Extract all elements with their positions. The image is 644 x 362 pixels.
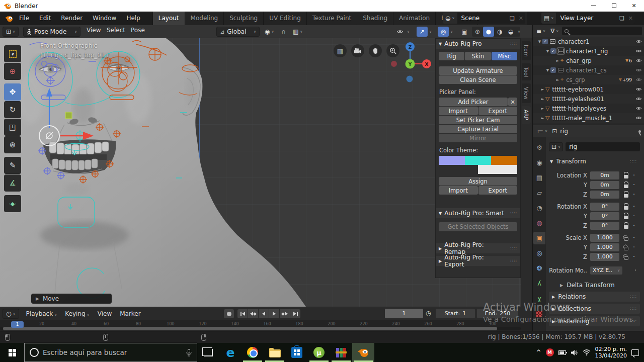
viewport-menu-pose[interactable]: Pose [127,25,149,35]
animate-dot[interactable]: · [633,223,635,228]
scale-x-field[interactable]: 1.000 [590,234,619,242]
hide-eye-icon[interactable] [634,87,642,92]
jump-to-end-button[interactable] [290,309,300,318]
scene-icon[interactable]: ◒∨ [443,13,457,24]
hide-eye-icon[interactable] [634,77,642,82]
tab-world[interactable]: ◍ [533,217,545,229]
timeline-strip[interactable]: 2040608010012014016018020022024026028030… [0,320,532,331]
panel-grip-icon[interactable]: ∷∷ [511,41,517,46]
tab-constraints[interactable]: ◎ [533,247,545,259]
pin-icon[interactable] [638,130,641,133]
taskbar-store[interactable] [286,343,308,362]
object-visibility-dropdown[interactable]: ∨ [394,27,410,37]
scale-z-field[interactable]: 1.000 [590,253,619,261]
rotation-z-field[interactable]: 0° [590,222,619,230]
expand-icon[interactable]: ► [540,97,545,101]
instancing-panel[interactable]: ▶Instancing∷∷ [549,316,640,326]
view-layer-icon[interactable]: ▤∨ [541,13,556,24]
taskbar-explorer[interactable] [264,343,286,362]
checkbox[interactable]: ✓ [550,48,556,54]
timeline-editor-type-button[interactable]: ◷∨ [3,309,19,319]
tab-output[interactable]: ▤ [533,171,545,184]
speaker-icon[interactable] [571,349,578,356]
rotation-x-field[interactable]: 0° [590,203,619,211]
view-layer-selector[interactable]: ▤∨ View Layer ❏ ✕ [541,13,635,24]
outliner-row-char-grp[interactable]: ►⌖ char_grp ▼6 [533,56,644,65]
object-id-icon[interactable]: ⊡∨ [549,142,563,151]
remove-picker-button[interactable]: ✕ [508,98,517,106]
hide-eye-icon[interactable] [634,97,642,101]
lock-icon[interactable] [624,175,628,178]
shading-wireframe-icon[interactable]: ⊕ [472,27,483,37]
taskbar-winrar[interactable] [330,343,352,362]
properties-editor-type-button[interactable]: ≔∨ [536,126,549,136]
arp-panel-header[interactable]: ▼Auto-Rig Pro∷∷ [436,39,520,49]
rotation-mode-dropdown[interactable]: XYZ E..∨ [590,266,622,275]
picker-import-button[interactable]: Import [439,107,478,115]
rotation-y-field[interactable]: 0° [590,212,619,220]
checkbox[interactable]: ✓ [542,39,548,44]
location-z-field[interactable]: 0m [590,191,619,199]
hide-eye-icon[interactable] [634,58,642,63]
tool-scale[interactable]: ◳ [4,119,21,136]
tool-cursor[interactable]: ⊕ [4,63,21,80]
camera-view-icon[interactable] [351,44,364,57]
marker-menu[interactable]: Marker [116,309,144,319]
navigation-gizmo[interactable]: Z Y X [387,40,435,90]
mega-tray-icon[interactable]: M [546,348,554,356]
tray-clock[interactable]: 02:20 p. m. 13/04/2020 [595,346,627,359]
shading-material-icon[interactable]: ◑ [494,27,505,37]
playback-menu[interactable]: Playback∨ [22,309,61,319]
outliner-row-eyebrow[interactable]: ►▽ tttttt-eyebrow001 [533,84,644,94]
lock-icon[interactable] [624,185,628,188]
animate-dot[interactable]: · [633,183,635,188]
hide-eye-icon[interactable] [634,49,642,53]
close-button[interactable]: ✕ [624,0,644,12]
viewport-menu-view[interactable]: View [83,25,105,35]
location-x-field[interactable]: 0m [590,171,619,179]
overlays-toggle[interactable]: ◎∨ [438,27,453,37]
stopwatch-icon[interactable]: ◷ [426,310,431,317]
assign-button[interactable]: Assign [439,177,517,186]
microphone-icon[interactable] [186,349,192,356]
animate-dot[interactable]: · [633,173,635,178]
checkbox[interactable]: ✓ [550,67,556,73]
outliner-row-character1-cs[interactable]: ▼✓ character1_cs [533,65,644,75]
new-view-layer-icon[interactable]: ❏ [617,15,626,22]
play-button[interactable] [269,309,279,318]
panel-grip-icon[interactable]: ∷∷ [630,319,637,324]
shading-solid-icon[interactable]: ● [483,27,494,37]
taskbar-chrome[interactable] [242,343,264,362]
menu-edit[interactable]: Edit [34,12,56,25]
lock-icon[interactable] [624,225,628,229]
play-reverse-button[interactable] [259,309,269,318]
workspace-tab-modeling[interactable]: Modeling [185,12,224,25]
animate-dot[interactable]: · [633,254,635,259]
hide-eye-icon[interactable] [634,106,642,111]
outliner-filter-dropdown[interactable]: ∇∨ [549,26,560,36]
animate-dot[interactable]: · [633,245,635,250]
playhead[interactable]: 1 [11,321,24,328]
animate-dot[interactable]: · [633,204,635,209]
update-armature-button[interactable]: Update Armature [439,66,517,75]
tab-object[interactable]: ▣ [533,232,545,244]
delta-transform-panel[interactable]: ▶Delta Transform [549,282,640,289]
set-picker-cam-button[interactable]: Set Picker Cam [439,116,517,124]
lock-icon[interactable] [624,216,628,219]
scene-selector[interactable]: ◒∨ Scene ❏ ✕ [443,13,525,24]
collapse-icon[interactable]: ▼ [545,68,550,72]
tool-pose-breakdowner[interactable]: ·◆· [4,195,21,212]
arp-tab-rig[interactable]: Rig [439,52,464,60]
taskbar-search[interactable] [24,343,197,362]
arp-export-panel-header[interactable]: ▶Auto-Rig Pro: Export∷∷ [436,256,520,266]
transform-panel-header[interactable]: ▼Transform∷∷ [549,156,640,166]
minimize-button[interactable] [584,0,604,12]
timeline-scrollbar[interactable] [3,327,497,330]
taskbar-edge[interactable]: e [219,343,242,362]
animate-dot[interactable]: · [633,192,635,197]
prev-keyframe-button[interactable] [248,309,258,318]
relations-panel[interactable]: ▶Relations∷∷ [549,292,640,302]
outliner-row-male-muscle[interactable]: ►▽ tttttt-male_muscle_1 [533,113,644,123]
lock-open-icon[interactable] [624,247,628,250]
viewport-canvas[interactable]: Front Orthographic (1) rig : c_lips_top_… [0,38,532,307]
